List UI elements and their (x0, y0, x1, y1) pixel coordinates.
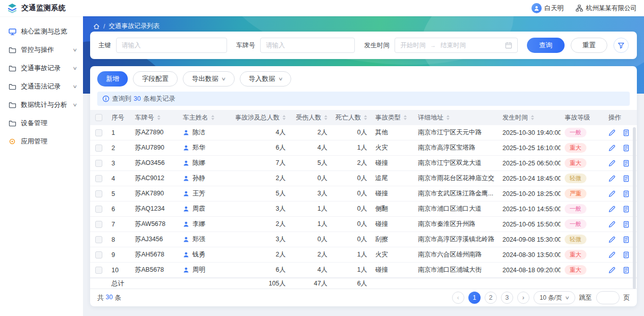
person-icon (183, 267, 189, 273)
cell-time: 2024-08-18 09:20:00 (498, 263, 561, 277)
chevron-down-icon: ∨ (73, 84, 78, 89)
column-header-time[interactable]: 发生时间 (498, 110, 561, 125)
export-button[interactable]: 导出数据 ∨ (183, 71, 235, 87)
sidebar-item-7[interactable]: 应用管理 (0, 132, 83, 151)
filter-button[interactable] (613, 38, 629, 53)
view-icon[interactable] (623, 160, 630, 167)
reset-button[interactable]: 重置 (571, 38, 607, 53)
user-menu[interactable]: 白天明 (531, 3, 564, 13)
view-icon[interactable] (623, 267, 630, 274)
sort-icon (446, 115, 450, 120)
org-menu[interactable]: 杭州某某有限公司 (576, 4, 637, 13)
view-icon[interactable] (623, 221, 630, 228)
top-header: 交通监测系统 白天明 杭州某某有限公司 (0, 0, 644, 16)
vertical-scrollbar[interactable] (633, 127, 636, 289)
row-checkbox[interactable] (95, 129, 102, 136)
edit-icon[interactable] (608, 145, 615, 152)
row-checkbox[interactable] (95, 175, 102, 182)
view-icon[interactable] (623, 175, 630, 182)
edit-icon[interactable] (608, 160, 615, 167)
row-checkbox[interactable] (95, 267, 102, 274)
import-button[interactable]: 导入数据 ∨ (240, 71, 292, 87)
edit-icon[interactable] (608, 236, 615, 243)
cell-type: 碰撞 (371, 263, 414, 277)
table-row: 9苏AH5678钱勇2人2人1人火灾南京市六合区雄州南路2024-08-30 1… (90, 247, 637, 263)
cell-address: 南京市六合区雄州南路 (414, 247, 498, 262)
page-button-2[interactable]: 2 (485, 292, 497, 304)
row-checkbox[interactable] (95, 160, 102, 167)
edit-icon[interactable] (608, 267, 615, 274)
query-button[interactable]: 查询 (527, 38, 565, 53)
page-button-3[interactable]: 3 (501, 292, 513, 304)
owner-name: 陈洁 (192, 128, 205, 137)
column-header-plate[interactable]: 车牌号 (131, 110, 179, 125)
edit-icon[interactable] (608, 206, 615, 213)
field-config-button[interactable]: 字段配置 (133, 71, 178, 87)
primary-key-input[interactable] (116, 38, 227, 53)
view-icon[interactable] (623, 251, 630, 258)
add-button[interactable]: 新增 (97, 71, 128, 87)
cell-plate: 苏AK7890 (131, 186, 179, 201)
cell-injured: 2人 (290, 247, 331, 262)
view-icon[interactable] (623, 129, 630, 136)
sidebar-item-6[interactable]: 设备管理 (0, 114, 83, 132)
edit-icon[interactable] (608, 251, 615, 258)
level-badge: 重大 (565, 265, 586, 275)
row-checkbox[interactable] (95, 236, 102, 243)
cell-level: 重大 (561, 140, 604, 155)
page-size-select[interactable]: 10 条/页 ∨ (534, 291, 575, 304)
owner-name: 王芳 (192, 189, 205, 198)
edit-icon[interactable] (608, 221, 615, 228)
row-checkbox[interactable] (95, 221, 102, 228)
row-checkbox[interactable] (95, 145, 102, 152)
edit-icon[interactable] (608, 190, 615, 197)
column-header-type[interactable]: 事故类型 (371, 110, 414, 125)
cell-deaths: 0人 (331, 217, 371, 232)
time-range-picker[interactable]: 开始时间 → 结束时间 (395, 38, 518, 53)
jump-page-input[interactable] (596, 291, 620, 304)
level-badge: 一般 (565, 128, 586, 137)
cell-injured: 0人 (290, 232, 331, 247)
plate-input[interactable] (260, 38, 355, 53)
column-header-address[interactable]: 详细地址 (414, 110, 498, 125)
sidebar-item-4[interactable]: 交通违法记录∨ (0, 77, 83, 96)
column-header-injured[interactable]: 受伤人数 (290, 110, 331, 125)
column-header-total[interactable]: 事故涉及总人数 (236, 110, 290, 125)
row-checkbox[interactable] (95, 206, 102, 213)
sort-icon (531, 115, 534, 120)
cell-seq: 8 (107, 232, 131, 247)
app-logo-icon (7, 3, 17, 13)
prev-page-button[interactable]: ‹ (452, 292, 464, 304)
edit-icon[interactable] (608, 129, 615, 136)
chevron-down-icon: ∨ (73, 102, 78, 107)
jump-suffix: 页 (624, 294, 630, 302)
row-checkbox[interactable] (95, 251, 102, 258)
cell-ops (604, 140, 637, 155)
next-page-button[interactable]: › (517, 292, 529, 304)
import-label: 导入数据 (249, 74, 275, 83)
cell-seq: 9 (107, 247, 131, 262)
level-badge: 轻微 (565, 235, 586, 244)
sidebar-item-3[interactable]: 交通事故记录∨ (0, 59, 83, 77)
view-icon[interactable] (623, 206, 630, 213)
monitor-icon (8, 27, 16, 36)
view-icon[interactable] (623, 145, 630, 152)
sidebar-item-1[interactable]: 核心监测与总览 (0, 22, 83, 41)
page-button-1[interactable]: 1 (468, 292, 481, 304)
select-all-checkbox[interactable] (95, 114, 102, 121)
cell-ops (604, 156, 637, 170)
column-header-owner[interactable]: 车主姓名 (179, 110, 236, 125)
avatar (531, 3, 542, 13)
edit-icon[interactable] (608, 175, 615, 182)
column-header-deaths[interactable]: 死亡人数 (331, 110, 371, 125)
sidebar-item-5[interactable]: 数据统计与分析∨ (0, 96, 83, 114)
sort-icon (364, 115, 367, 120)
view-icon[interactable] (623, 190, 630, 197)
row-checkbox[interactable] (95, 190, 102, 197)
result-suffix: 条相关记录 (143, 95, 175, 103)
cell-owner: 周霞 (179, 202, 236, 216)
view-icon[interactable] (623, 236, 630, 243)
sidebar-item-2[interactable]: 管控与操作∨ (0, 41, 83, 59)
time-field: 发生时间 开始时间 → 结束时间 (364, 38, 518, 53)
home-icon[interactable] (93, 23, 100, 30)
